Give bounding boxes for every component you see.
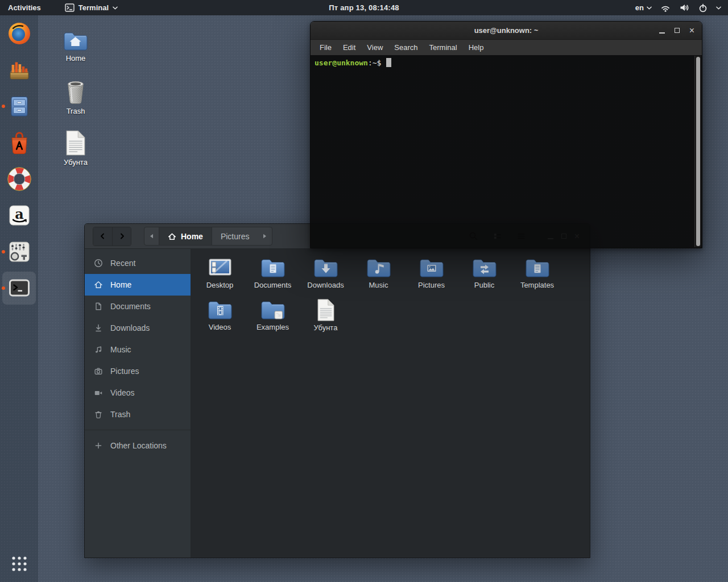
- close-button[interactable]: ×: [689, 26, 694, 35]
- trash-can-icon: [63, 78, 88, 105]
- terminal-titlebar[interactable]: user@unknown: ~ ×: [311, 22, 702, 40]
- menu-file[interactable]: File: [314, 43, 337, 52]
- desktop-icon-trash[interactable]: Trash: [54, 78, 97, 115]
- sidebar-item-downloads[interactable]: Downloads: [85, 317, 191, 339]
- triangle-left-icon: [150, 234, 154, 239]
- svg-text:a: a: [15, 206, 24, 222]
- desktop-icon: [206, 256, 234, 279]
- documents-folder-icon: [259, 256, 287, 279]
- breadcrumb-item-home[interactable]: Home: [159, 227, 212, 245]
- home-icon: [168, 232, 176, 240]
- dock-item-firefox[interactable]: [0, 15, 38, 52]
- desktop-icon-ubunta[interactable]: Убунта: [54, 130, 97, 167]
- desktop-icon-label: Trash: [67, 107, 85, 115]
- sidebar-item-label: Home: [110, 280, 131, 289]
- terminal-scrollbar[interactable]: [694, 56, 701, 247]
- terminal-content[interactable]: user@unknown:~$: [311, 55, 702, 248]
- sidebar-item-other-locations[interactable]: Other Locations: [85, 435, 191, 456]
- file-item-public[interactable]: Public: [458, 256, 511, 298]
- file-item-label: Public: [474, 281, 494, 289]
- sidebar-item-videos[interactable]: Videos: [85, 382, 191, 404]
- sidebar-item-pictures[interactable]: Pictures: [85, 360, 191, 382]
- file-item-desktop[interactable]: Desktop: [193, 256, 246, 298]
- history-nav-group: [93, 227, 131, 246]
- dock-item-music-box[interactable]: [0, 52, 38, 88]
- file-item-label: Убунта: [314, 323, 338, 332]
- system-status-area[interactable]: en: [635, 3, 728, 13]
- sidebar-item-home[interactable]: Home: [85, 274, 191, 296]
- running-indicator-dot: [2, 286, 5, 290]
- menu-view[interactable]: View: [361, 43, 388, 52]
- file-item-label: Templates: [520, 281, 554, 289]
- activities-button[interactable]: Activities: [0, 0, 49, 15]
- keyboard-layout-indicator[interactable]: en: [635, 3, 652, 12]
- minimize-button[interactable]: [659, 32, 665, 34]
- breadcrumb-scroll-left[interactable]: [144, 227, 159, 245]
- file-item-label: Downloads: [307, 281, 344, 289]
- home-folder-icon: [62, 30, 89, 52]
- back-button[interactable]: [93, 227, 112, 246]
- menu-search[interactable]: Search: [388, 43, 423, 52]
- dock-item-amazon[interactable]: a: [0, 197, 38, 234]
- terminal-mini-icon: [65, 3, 75, 12]
- templates-folder-icon: [524, 256, 551, 279]
- desktop-icon-label: Убунта: [64, 158, 88, 167]
- file-item-music[interactable]: Music: [352, 256, 405, 298]
- breadcrumb-label: Home: [181, 232, 203, 241]
- file-item-label: Music: [369, 281, 388, 289]
- breadcrumb: Home Pictures: [144, 227, 272, 246]
- examples-link-folder-icon: [259, 298, 287, 321]
- files-icon-grid: Desktop Documents Downloads Music: [191, 249, 590, 558]
- sidebar-item-label: Trash: [110, 410, 130, 419]
- scrollbar-thumb[interactable]: [696, 57, 700, 246]
- sidebar-separator: [85, 430, 191, 430]
- menu-terminal[interactable]: Terminal: [424, 43, 463, 52]
- recent-clock-icon: [94, 259, 103, 268]
- dock-item-tweaks[interactable]: [0, 234, 38, 270]
- app-menu[interactable]: Terminal: [65, 3, 118, 12]
- shell-prompt: user@unknown:~$: [315, 58, 690, 67]
- top-bar: Activities Terminal Пт апр 13, 08:14:48 …: [0, 0, 728, 15]
- sidebar-item-label: Music: [110, 345, 131, 354]
- document-icon: [94, 302, 103, 311]
- menu-edit[interactable]: Edit: [337, 43, 361, 52]
- chevron-down-icon: [647, 6, 652, 10]
- menu-help[interactable]: Help: [463, 43, 490, 52]
- breadcrumb-item-pictures[interactable]: Pictures: [212, 227, 258, 245]
- dock-item-terminal[interactable]: [0, 270, 38, 306]
- breadcrumb-scroll-right[interactable]: [258, 227, 272, 245]
- breadcrumb-label: Pictures: [221, 232, 250, 241]
- desktop-icon-home[interactable]: Home: [54, 30, 97, 63]
- videos-folder-icon: [206, 298, 234, 321]
- file-item-pictures[interactable]: Pictures: [405, 256, 458, 298]
- sidebar-item-label: Recent: [110, 259, 135, 268]
- file-item-label: Documents: [254, 281, 292, 289]
- forward-button[interactable]: [112, 227, 131, 246]
- tweaks-icon: [7, 239, 32, 264]
- sidebar-item-recent[interactable]: Recent: [85, 252, 191, 274]
- file-item-label: Videos: [209, 323, 231, 331]
- file-item-documents[interactable]: Documents: [246, 256, 299, 298]
- dock-item-ubuntu-software[interactable]: [0, 124, 38, 161]
- maximize-button[interactable]: [675, 28, 680, 33]
- sidebar-item-documents[interactable]: Documents: [85, 296, 191, 317]
- files-cabinet-icon: [7, 94, 32, 119]
- sidebar-item-trash[interactable]: Trash: [85, 404, 191, 425]
- help-lifebuoy-icon: [7, 167, 32, 192]
- file-item-downloads[interactable]: Downloads: [299, 256, 352, 298]
- clock[interactable]: Пт апр 13, 08:14:48: [329, 3, 399, 12]
- trash-icon: [94, 410, 103, 419]
- show-applications-icon: [11, 555, 28, 572]
- show-applications-button[interactable]: [0, 546, 38, 582]
- sidebar-item-music[interactable]: Music: [85, 339, 191, 360]
- file-item-templates[interactable]: Templates: [511, 256, 564, 298]
- file-item-ubunta[interactable]: Убунта: [299, 298, 352, 340]
- dock-item-help[interactable]: [0, 161, 38, 197]
- text-document-icon: [317, 298, 335, 322]
- file-item-videos[interactable]: Videos: [193, 298, 246, 340]
- download-icon: [94, 323, 103, 332]
- dock-item-files[interactable]: [0, 88, 38, 124]
- chevron-down-icon: [716, 6, 721, 10]
- amazon-icon: a: [7, 203, 32, 228]
- file-item-examples[interactable]: Examples: [246, 298, 299, 340]
